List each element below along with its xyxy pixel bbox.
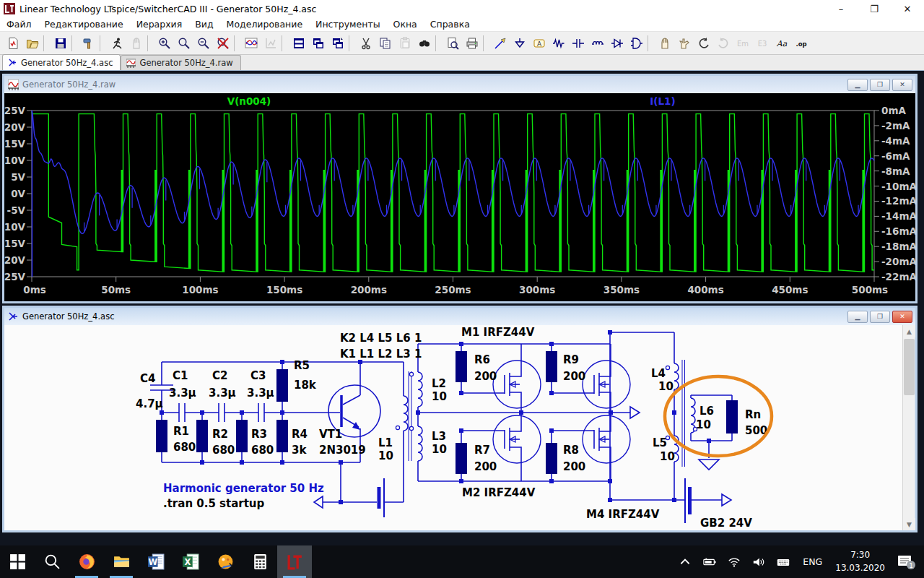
directive-text[interactable]: .tran 0.5 startup: [163, 497, 265, 510]
value-r9[interactable]: 200: [563, 370, 585, 383]
label-gb1[interactable]: GB1 12V: [344, 529, 396, 530]
value-c1[interactable]: 3.3µ: [169, 387, 196, 400]
waveform-minimize-button[interactable]: ▁: [847, 79, 868, 91]
taskbar-excel[interactable]: X: [173, 545, 208, 578]
label-r3[interactable]: R3: [251, 428, 267, 441]
undo-button[interactable]: [694, 34, 713, 53]
label-l2[interactable]: L2: [432, 377, 446, 390]
label-m4[interactable]: M4 IRFZ44V: [586, 508, 660, 521]
label-r4[interactable]: R4: [292, 428, 308, 441]
value-r2[interactable]: 680: [212, 444, 235, 457]
maximize-button[interactable]: ❐: [858, 0, 891, 17]
value-l3[interactable]: 10: [432, 443, 447, 456]
wire-button[interactable]: [490, 34, 510, 53]
notification-center[interactable]: 1: [892, 545, 921, 578]
taskbar-firefox[interactable]: [69, 545, 104, 578]
label-r7[interactable]: R7: [474, 444, 490, 457]
value-l5[interactable]: 10: [660, 450, 675, 463]
menu-3[interactable]: Вид: [188, 17, 219, 31]
label-r5[interactable]: R5: [294, 359, 310, 372]
find-button[interactable]: [414, 34, 434, 53]
taskbar-calculator[interactable]: [243, 545, 277, 578]
search-button[interactable]: [35, 545, 69, 578]
label-vt1[interactable]: VT1: [319, 428, 342, 441]
text-button[interactable]: Aa: [772, 34, 791, 53]
value-r6[interactable]: 200: [474, 370, 497, 383]
tile-vertical-button[interactable]: [328, 34, 347, 53]
value-c2[interactable]: 3.3µ: [209, 387, 236, 400]
value-l1[interactable]: 10: [378, 449, 393, 462]
close-button[interactable]: ✕: [891, 0, 924, 17]
edit-e3-button[interactable]: E3: [752, 34, 772, 53]
value-l2[interactable]: 10: [432, 390, 447, 403]
label-c1[interactable]: C1: [173, 369, 188, 382]
menu-2[interactable]: Иерархия: [130, 17, 189, 31]
print-preview-button[interactable]: [443, 34, 462, 53]
coupling-directive-k1[interactable]: K1 L1 L2 L3 1: [340, 348, 422, 361]
print-button[interactable]: [462, 34, 481, 53]
halt-button[interactable]: [126, 34, 146, 53]
menu-1[interactable]: Редактирование: [38, 17, 130, 31]
diode-button[interactable]: [607, 34, 627, 53]
zoom-out-button[interactable]: [193, 34, 213, 53]
taskbar-explorer[interactable]: [104, 545, 139, 578]
label-l1[interactable]: L1: [378, 436, 393, 449]
label-c2[interactable]: C2: [212, 369, 227, 382]
menu-4[interactable]: Моделирование: [220, 17, 309, 31]
ground-button[interactable]: [510, 34, 529, 53]
schematic-window-titlebar[interactable]: Generator 50Hz_4.asc ▁ ❐ ✕: [4, 308, 915, 325]
plot-settings-button[interactable]: [241, 34, 261, 53]
taskbar-word[interactable]: W: [139, 545, 173, 578]
menu-6[interactable]: Окна: [387, 17, 424, 31]
drag-button[interactable]: [674, 34, 694, 53]
start-button[interactable]: [0, 545, 35, 578]
menu-0[interactable]: Файл: [0, 17, 38, 31]
edit-em-button[interactable]: Em: [733, 34, 752, 53]
zoom-in-button[interactable]: [154, 34, 174, 53]
zoom-box-button[interactable]: [174, 34, 193, 53]
value-r8[interactable]: 200: [563, 460, 585, 473]
redo-button[interactable]: [713, 34, 733, 53]
label-r1[interactable]: R1: [173, 425, 189, 438]
paste-button[interactable]: [395, 34, 414, 53]
scroll-up-arrow[interactable]: ▲: [903, 325, 915, 337]
label-m2[interactable]: M2 IRFZ44V: [462, 486, 536, 499]
schematic-close-button[interactable]: ✕: [892, 311, 912, 323]
value-c3[interactable]: 3.3µ: [247, 387, 274, 400]
taskbar-paint[interactable]: [208, 545, 243, 578]
label-net-button[interactable]: A: [529, 34, 549, 53]
value-c4[interactable]: 4.7µ: [136, 397, 163, 410]
label-r9[interactable]: R9: [563, 353, 579, 366]
waveform-window-titlebar[interactable]: Generator 50Hz_4.raw ▁ ❐ ✕: [4, 76, 915, 93]
label-l4[interactable]: L4: [651, 367, 666, 380]
value-r4[interactable]: 3k: [292, 444, 307, 457]
tab-schematic[interactable]: Generator 50Hz_4.asc: [2, 54, 121, 70]
scroll-down-arrow[interactable]: ▼: [903, 518, 915, 530]
tile-horizontal-button[interactable]: [289, 34, 308, 53]
move-button[interactable]: [655, 34, 674, 53]
autorange-button[interactable]: [261, 34, 280, 53]
battery-icon[interactable]: [699, 545, 720, 578]
waveform-window[interactable]: Generator 50Hz_4.raw ▁ ❐ ✕ 25V20V15V10V5…: [2, 74, 918, 303]
scrollbar-thumb[interactable]: [904, 339, 915, 395]
taskbar-ltspice[interactable]: [277, 545, 312, 578]
component-button[interactable]: [627, 34, 646, 53]
cut-button[interactable]: [356, 34, 375, 53]
schematic-vertical-scrollbar[interactable]: ▲ ▼: [902, 325, 915, 530]
run-button[interactable]: [107, 34, 126, 53]
save-button[interactable]: [51, 34, 70, 53]
label-l5[interactable]: L5: [653, 436, 667, 449]
coupling-directive-k2[interactable]: K2 L4 L5 L6 1: [340, 332, 422, 345]
speaker-icon[interactable]: [748, 545, 770, 578]
minimize-button[interactable]: –: [824, 0, 858, 17]
clock[interactable]: 7:30 13.03.2020: [831, 549, 889, 574]
trace-label-il1[interactable]: I(L1): [650, 95, 675, 107]
tray-chevron[interactable]: [674, 545, 696, 578]
waveform-close-button[interactable]: ✕: [892, 79, 912, 91]
label-r2[interactable]: R2: [212, 428, 228, 441]
value-r7[interactable]: 200: [474, 460, 497, 473]
label-c4[interactable]: C4: [140, 372, 155, 385]
schematic-window[interactable]: Generator 50Hz_4.asc ▁ ❐ ✕ K2 L4 L5 L6 1…: [2, 306, 918, 532]
capacitor-button[interactable]: [568, 34, 588, 53]
language-indicator[interactable]: ENG: [797, 556, 828, 567]
